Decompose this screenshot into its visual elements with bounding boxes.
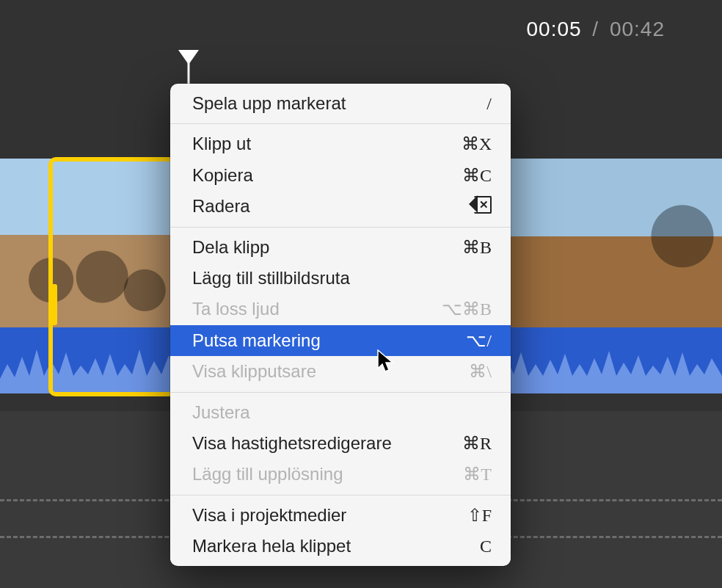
menu-play-selected[interactable]: Spela upp markerat /: [170, 88, 511, 119]
time-current: 00:05: [527, 18, 582, 40]
menu-item-shortcut: ⇧F: [467, 504, 492, 527]
menu-show-speed-editor[interactable]: Visa hastighetsredigerare ⌘R: [170, 428, 511, 459]
menu-item-label: Lägg till upplösning: [192, 462, 343, 486]
menu-item-shortcut: ⌘B: [462, 236, 492, 259]
menu-separator: [170, 392, 511, 393]
menu-show-clip-trimmer: Visa klipputsare ⌘\: [170, 356, 511, 387]
menu-item-shortcut: C: [480, 534, 492, 558]
menu-item-shortcut: ⌥⌘B: [442, 297, 492, 321]
menu-item-shortcut: /: [486, 92, 492, 115]
menu-item-label: Visa klipputsare: [192, 360, 316, 383]
menu-item-label: Lägg till stillbildsruta: [192, 266, 350, 290]
time-display: 00:05 / 00:42: [527, 18, 666, 41]
menu-item-label: Putsa markering: [192, 329, 321, 352]
menu-item-label: Dela klipp: [192, 236, 269, 259]
menu-add-dissolve: Lägg till upplösning ⌘T: [170, 459, 511, 490]
menu-add-freeze-frame[interactable]: Lägg till stillbildsruta: [170, 263, 511, 294]
menu-separator: [170, 123, 511, 124]
menu-item-label: Kopiera: [192, 164, 253, 187]
menu-delete[interactable]: Radera ✕: [170, 191, 511, 222]
menu-detach-audio: Ta loss ljud ⌥⌘B: [170, 294, 511, 324]
menu-item-label: Visa i projektmedier: [192, 504, 346, 527]
menu-copy[interactable]: Kopiera ⌘C: [170, 160, 511, 191]
menu-item-shortcut: ⌘X: [462, 132, 492, 156]
clip-thumbnail-1: [0, 159, 170, 327]
menu-item-label: Markera hela klippet: [192, 534, 351, 558]
time-total: 00:42: [610, 18, 665, 40]
menu-item-label: Ta loss ljud: [192, 297, 280, 321]
backspace-icon: ✕: [470, 195, 492, 218]
menu-item-label: Spela upp markerat: [192, 92, 346, 115]
menu-item-label: Justera: [192, 401, 250, 424]
playhead-indicator[interactable]: [188, 50, 189, 72]
menu-item-shortcut: ⌘\: [469, 360, 492, 383]
menu-adjust: Justera: [170, 397, 511, 428]
menu-split-clip[interactable]: Dela klipp ⌘B: [170, 232, 511, 263]
clip-context-menu: Spela upp markerat / Klipp ut ⌘X Kopiera…: [170, 84, 511, 566]
menu-item-shortcut: ⌘C: [462, 164, 492, 187]
menu-separator: [170, 227, 511, 228]
menu-select-entire-clip[interactable]: Markera hela klippet C: [170, 531, 511, 562]
menu-item-label: Radera: [192, 195, 250, 218]
menu-trim-selection[interactable]: Putsa markering ⌥/: [170, 325, 511, 356]
menu-separator: [170, 495, 511, 496]
menu-reveal-in-project-media[interactable]: Visa i projektmedier ⇧F: [170, 500, 511, 531]
menu-item-shortcut: ⌘T: [463, 462, 492, 486]
menu-item-shortcut: ⌥/: [466, 329, 492, 352]
menu-cut[interactable]: Klipp ut ⌘X: [170, 128, 511, 159]
time-separator: /: [592, 18, 599, 40]
menu-item-shortcut: ⌘R: [462, 432, 492, 455]
menu-item-label: Klipp ut: [192, 132, 251, 156]
menu-item-label: Visa hastighetsredigerare: [192, 432, 392, 455]
